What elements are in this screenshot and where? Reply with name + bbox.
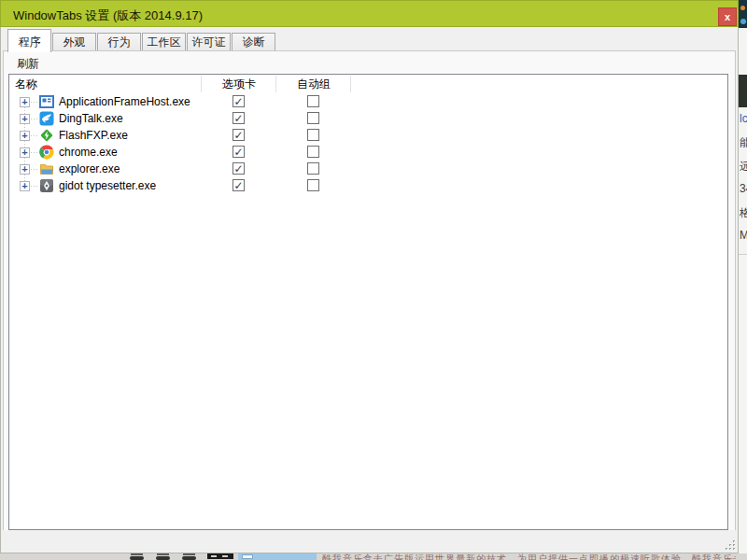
- expand-icon[interactable]: +: [20, 131, 30, 141]
- table-row[interactable]: + explorer.exe ✓: [9, 161, 727, 177]
- list-header: 名称 选项卡 自动组: [9, 75, 727, 92]
- tree-connector: [31, 186, 37, 187]
- expand-icon[interactable]: +: [20, 147, 30, 158]
- autogroup-checkbox[interactable]: [307, 112, 319, 124]
- titlebar[interactable]: WindowTabs 设置 (版本 2014.9.17) x: [0, 0, 739, 27]
- tab-4[interactable]: 工作区: [142, 33, 186, 51]
- process-name: FlashFXP.exe: [59, 127, 128, 144]
- tabs-checkbox[interactable]: ✓: [233, 146, 245, 158]
- expand-icon[interactable]: +: [20, 164, 30, 175]
- table-row[interactable]: + chrome.exe ✓: [9, 144, 727, 161]
- tab-2[interactable]: 外观: [52, 33, 96, 51]
- gidot-icon: [39, 178, 54, 193]
- tab-5[interactable]: 许可证: [187, 33, 231, 51]
- flashfxp-icon: [39, 128, 54, 143]
- tab-3[interactable]: 行为: [97, 33, 141, 51]
- toolbar: 刷新: [4, 51, 735, 73]
- tab-6[interactable]: 诊断: [232, 33, 275, 51]
- expand-icon[interactable]: +: [20, 181, 30, 191]
- appframehost-icon: [39, 94, 54, 109]
- column-separator: [350, 76, 351, 92]
- expand-icon[interactable]: +: [20, 114, 30, 124]
- image-dot: [740, 6, 745, 10]
- chrome-icon: [39, 145, 54, 160]
- clipped-text-fragment: 能: [740, 135, 747, 154]
- clipped-text-fragment: 格: [740, 205, 747, 224]
- process-name: chrome.exe: [59, 144, 118, 161]
- tabs-checkbox[interactable]: ✓: [233, 179, 245, 191]
- autogroup-checkbox[interactable]: [307, 95, 319, 107]
- column-separator: [201, 76, 202, 92]
- clipped-text-fragment: M: [740, 229, 747, 247]
- dingtalk-icon: [39, 111, 54, 126]
- tabs-checkbox[interactable]: ✓: [233, 162, 245, 175]
- table-row[interactable]: + ApplicationFrameHost.exe ✓: [9, 93, 727, 110]
- programs-tab-panel: 刷新 名称 选项卡 自动组 + ApplicationFrameHost.exe…: [3, 50, 736, 530]
- player-display: [207, 553, 233, 559]
- clipped-text-fragment: lc: [740, 112, 747, 131]
- player-knob: [129, 553, 146, 560]
- tree-connector: [31, 135, 37, 136]
- tree-connector: [31, 119, 37, 119]
- clipped-text-fragment: 远: [740, 159, 747, 177]
- process-name: DingTalk.exe: [59, 110, 123, 127]
- table-row[interactable]: + FlashFXP.exe ✓: [9, 127, 727, 144]
- window-title: WindowTabs 设置 (版本 2014.9.17): [13, 7, 203, 24]
- background-image-fragment: [739, 0, 747, 28]
- close-button[interactable]: x: [718, 7, 737, 26]
- process-name: gidot typesetter.exe: [59, 177, 156, 194]
- explorer-icon: [39, 161, 54, 176]
- windowtabs-settings-window: WindowTabs 设置 (版本 2014.9.17) x 程序外观行为工作区…: [0, 0, 739, 553]
- background-window-right-sliver: lc能远34格M: [739, 0, 747, 560]
- tab-strip: 程序外观行为工作区许可证诊断: [1, 27, 738, 51]
- tree-connector: [31, 169, 37, 170]
- tree-connector: [31, 152, 37, 153]
- column-header-tabs[interactable]: 选项卡: [202, 77, 276, 92]
- tabs-checkbox[interactable]: ✓: [233, 95, 245, 107]
- expand-icon[interactable]: +: [20, 97, 30, 107]
- process-list[interactable]: 名称 选项卡 自动组 + ApplicationFrameHost.exe ✓ …: [8, 74, 728, 530]
- tab-1[interactable]: 程序: [7, 29, 51, 52]
- divider: [739, 254, 747, 255]
- column-header-autogroup[interactable]: 自动组: [276, 77, 351, 92]
- table-row[interactable]: + DingTalk.exe ✓: [9, 110, 727, 127]
- background-image-fragment: [739, 75, 747, 107]
- player-knob: [155, 553, 172, 560]
- autogroup-checkbox[interactable]: [307, 162, 319, 175]
- column-separator: [275, 76, 276, 92]
- caption-text: 酷我音乐盒去广告版运用世界最新的技术，为用户提供一点即播的极速听歌体验。酷我音乐…: [322, 553, 736, 560]
- background-window-bottom-sliver: 酷我音乐盒去广告版运用世界最新的技术，为用户提供一点即播的极速听歌体验。酷我音乐…: [0, 553, 747, 560]
- column-header-name[interactable]: 名称: [15, 77, 37, 92]
- refresh-button[interactable]: 刷新: [14, 55, 42, 73]
- autogroup-checkbox[interactable]: [307, 129, 319, 141]
- tree-connector: [31, 102, 37, 103]
- tabs-checkbox[interactable]: ✓: [233, 112, 245, 124]
- clipped-text-fragment: 34: [740, 182, 747, 201]
- thumbnail-panel: [238, 553, 317, 560]
- autogroup-checkbox[interactable]: [307, 179, 319, 191]
- process-name: explorer.exe: [59, 161, 120, 177]
- resize-grip-icon[interactable]: [724, 539, 736, 551]
- table-row[interactable]: + gidot typesetter.exe ✓: [9, 177, 727, 194]
- autogroup-checkbox[interactable]: [307, 146, 319, 158]
- player-knob: [181, 553, 198, 560]
- process-name: ApplicationFrameHost.exe: [59, 93, 190, 110]
- image-dot: [740, 19, 746, 24]
- tabs-checkbox[interactable]: ✓: [233, 129, 245, 141]
